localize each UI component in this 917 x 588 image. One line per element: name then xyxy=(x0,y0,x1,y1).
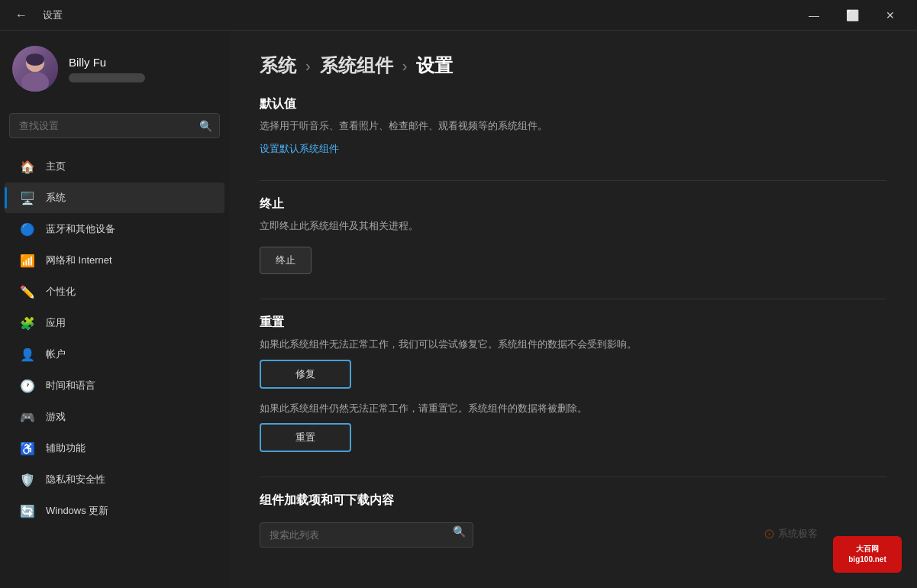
repair-button[interactable]: 修复 xyxy=(260,360,351,389)
sidebar-item-apps[interactable]: 🧩 应用 xyxy=(5,308,224,338)
home-icon: 🏠 xyxy=(20,159,35,174)
sidebar-item-account[interactable]: 👤 帐户 xyxy=(5,339,224,370)
nav-list: 🏠 主页 🖥️ 系统 🔵 蓝牙和其他设备 📶 网络和 Internet ✏️ 个… xyxy=(0,150,229,527)
sidebar-label-bluetooth: 蓝牙和其他设备 xyxy=(46,222,115,236)
terminate-title: 终止 xyxy=(260,196,886,212)
sidebar-label-account: 帐户 xyxy=(46,347,66,361)
defaults-title: 默认值 xyxy=(260,96,886,112)
sidebar-label-personalize: 个性化 xyxy=(46,285,76,299)
sidebar-label-system: 系统 xyxy=(46,191,66,205)
content-area: 系统 › 系统组件 › 设置 默认值 选择用于听音乐、查看照片、检查邮件、观看视… xyxy=(229,31,917,588)
sidebar-item-home[interactable]: 🏠 主页 xyxy=(5,151,224,182)
user-profile[interactable]: Billy Fu xyxy=(0,31,229,107)
main-layout: Billy Fu 🔍 🏠 主页 🖥️ 系统 🔵 蓝牙和其他设备 xyxy=(0,31,917,588)
titlebar-left: ← 设置 xyxy=(9,5,63,25)
reset-desc2: 如果此系统组件仍然无法正常工作，请重置它。系统组件的数据将被删除。 xyxy=(260,401,886,416)
section-addons: 组件加载项和可下载内容 🔍 xyxy=(260,493,886,548)
terminate-button[interactable]: 终止 xyxy=(260,247,312,274)
user-name: Billy Fu xyxy=(69,56,217,69)
close-button[interactable]: ✕ xyxy=(873,3,908,27)
breadcrumb: 系统 › 系统组件 › 设置 xyxy=(260,53,886,78)
sidebar-item-update[interactable]: 🔄 Windows 更新 xyxy=(5,496,224,526)
breadcrumb-sep-2: › xyxy=(402,57,408,75)
section-reset: 重置 如果此系统组件无法正常工作，我们可以尝试修复它。系统组件的数据不会受到影响… xyxy=(260,315,886,452)
sidebar-label-gaming: 游戏 xyxy=(46,410,66,424)
search-box: 🔍 xyxy=(9,113,220,138)
avatar xyxy=(12,46,58,92)
breadcrumb-item-2: 系统组件 xyxy=(320,53,393,78)
sidebar-item-gaming[interactable]: 🎮 游戏 xyxy=(5,402,224,432)
bluetooth-icon: 🔵 xyxy=(20,221,35,237)
sidebar-label-network: 网络和 Internet xyxy=(46,254,112,267)
update-icon: 🔄 xyxy=(20,503,35,519)
user-info: Billy Fu xyxy=(69,56,217,82)
apps-icon: 🧩 xyxy=(20,315,35,331)
addons-title: 组件加载项和可下载内容 xyxy=(260,493,886,509)
user-sub xyxy=(69,73,145,82)
personalize-icon: ✏️ xyxy=(20,284,35,299)
time-icon: 🕐 xyxy=(20,378,35,393)
sidebar-label-privacy: 隐私和安全性 xyxy=(46,473,105,486)
sidebar: Billy Fu 🔍 🏠 主页 🖥️ 系统 🔵 蓝牙和其他设备 xyxy=(0,31,229,588)
reset-desc1: 如果此系统组件无法正常工作，我们可以尝试修复它。系统组件的数据不会受到影响。 xyxy=(260,337,886,352)
section-terminate: 终止 立即终止此系统组件及其相关进程。 终止 xyxy=(260,196,886,275)
sidebar-item-time[interactable]: 🕐 时间和语言 xyxy=(5,370,224,401)
titlebar: ← 设置 — ⬜ ✕ xyxy=(0,0,917,31)
sidebar-label-accessibility: 辅助功能 xyxy=(46,441,86,455)
search-icon: 🔍 xyxy=(199,120,212,132)
breadcrumb-item-1: 系统 xyxy=(260,53,296,78)
defaults-desc: 选择用于听音乐、查看照片、检查邮件、观看视频等的系统组件。 xyxy=(260,118,886,134)
content-wrapper: 系统 › 系统组件 › 设置 默认值 选择用于听音乐、查看照片、检查邮件、观看视… xyxy=(260,53,886,548)
breadcrumb-sep-1: › xyxy=(305,57,311,75)
sidebar-label-update: Windows 更新 xyxy=(46,504,108,518)
divider-2 xyxy=(260,299,886,299)
avatar-image xyxy=(12,46,58,92)
sidebar-item-bluetooth[interactable]: 🔵 蓝牙和其他设备 xyxy=(5,214,224,244)
sidebar-item-accessibility[interactable]: ♿ 辅助功能 xyxy=(5,433,224,464)
reset-title: 重置 xyxy=(260,315,886,331)
maximize-button[interactable]: ⬜ xyxy=(835,3,870,27)
system-icon: 🖥️ xyxy=(20,190,35,205)
search-input[interactable] xyxy=(9,113,220,138)
sidebar-label-home: 主页 xyxy=(46,160,66,173)
defaults-link[interactable]: 设置默认系统组件 xyxy=(260,143,339,154)
accessibility-icon: ♿ xyxy=(20,441,35,456)
sidebar-label-apps: 应用 xyxy=(46,316,66,330)
sidebar-item-privacy[interactable]: 🛡️ 隐私和安全性 xyxy=(5,464,224,495)
breadcrumb-item-current: 设置 xyxy=(416,53,453,78)
sidebar-label-time: 时间和语言 xyxy=(46,379,95,393)
divider-1 xyxy=(260,180,886,181)
list-search-input[interactable] xyxy=(260,522,473,548)
list-search-wrap: 🔍 xyxy=(260,515,473,548)
account-icon: 👤 xyxy=(20,347,35,362)
titlebar-controls: — ⬜ ✕ xyxy=(796,3,908,27)
sidebar-item-network[interactable]: 📶 网络和 Internet xyxy=(5,245,224,276)
gaming-icon: 🎮 xyxy=(20,409,35,425)
sidebar-item-system[interactable]: 🖥️ 系统 xyxy=(5,183,224,213)
titlebar-title: 设置 xyxy=(43,8,63,22)
terminate-desc: 立即终止此系统组件及其相关进程。 xyxy=(260,218,886,234)
reset-button[interactable]: 重置 xyxy=(260,423,351,452)
list-search-icon: 🔍 xyxy=(453,525,466,538)
privacy-icon: 🛡️ xyxy=(20,472,35,487)
svg-point-3 xyxy=(26,53,44,66)
sidebar-item-personalize[interactable]: ✏️ 个性化 xyxy=(5,276,224,307)
minimize-button[interactable]: — xyxy=(796,3,831,27)
network-icon: 📶 xyxy=(20,253,35,268)
svg-point-1 xyxy=(21,72,49,92)
divider-3 xyxy=(260,477,886,477)
section-defaults: 默认值 选择用于听音乐、查看照片、检查邮件、观看视频等的系统组件。 设置默认系统… xyxy=(260,96,886,156)
back-button[interactable]: ← xyxy=(9,5,34,25)
